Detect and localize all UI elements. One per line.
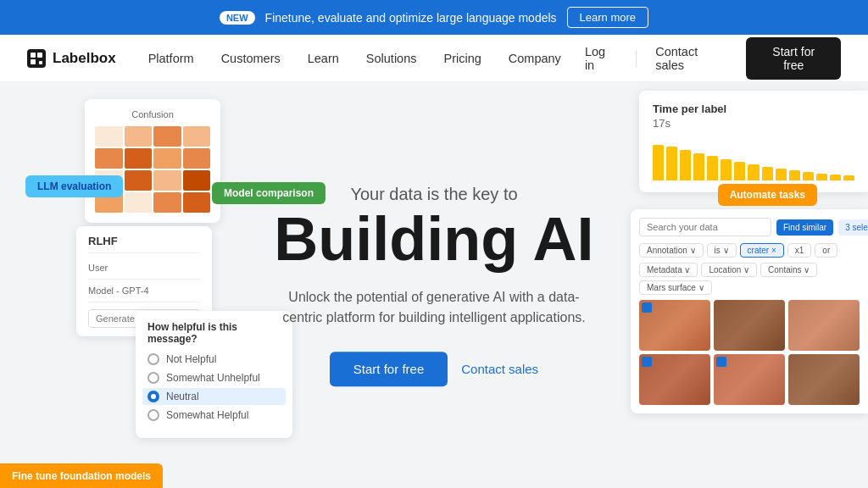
or-filter: or: [815, 243, 837, 258]
feedback-title: How helpful is this message?: [147, 321, 281, 345]
image-checkbox-5[interactable]: [716, 357, 726, 367]
bar-2: [666, 147, 677, 180]
somewhat-helpful-label: Somewhat Helpful: [166, 409, 248, 421]
data-panel: Find similar 3 selected × Annotation ∨ i…: [631, 209, 868, 413]
hero-title: Building AI: [273, 208, 595, 272]
hero-desc: Unlock the potential of generative AI wi…: [273, 287, 595, 328]
bar-12: [803, 172, 814, 180]
confusion-grid: [95, 126, 210, 213]
nav-company[interactable]: Company: [497, 45, 573, 72]
confusion-cell: [153, 126, 181, 147]
svg-rect-3: [31, 59, 36, 64]
image-cell-4: [639, 354, 710, 405]
location-filter[interactable]: Location ∨: [701, 263, 757, 277]
nav-pricing[interactable]: Pricing: [431, 45, 492, 72]
navbar: Labelbox Platform Customers Learn Soluti…: [0, 35, 868, 82]
find-similar-button[interactable]: Find similar: [776, 219, 833, 236]
fine-tune-badge: Fine tune foundation models: [0, 463, 163, 488]
data-search-input[interactable]: [639, 218, 771, 236]
bar-10: [776, 169, 787, 180]
bar-6: [721, 159, 732, 180]
nav-links: Platform Customers Learn Solutions Prici…: [136, 45, 573, 72]
confusion-cell: [125, 170, 153, 191]
feedback-not-helpful: Not Helpful: [147, 353, 281, 365]
svg-rect-1: [31, 53, 36, 58]
confusion-cell: [125, 148, 153, 169]
annotation-filter[interactable]: Annotation ∨: [639, 243, 704, 258]
bar-9: [762, 167, 773, 180]
filter-row-2: Metadata ∨ Location ∨ Contains ∨ Mars su…: [639, 263, 860, 295]
is-filter[interactable]: is ∨: [707, 243, 737, 258]
bar-7: [734, 162, 745, 180]
time-chart-card: Time per label 17s: [639, 91, 868, 192]
svg-rect-2: [37, 53, 42, 58]
metadata-filter[interactable]: Metadata ∨: [639, 263, 698, 277]
time-chart-title: Time per label: [653, 103, 854, 115]
login-link[interactable]: Log in: [573, 38, 629, 79]
radio-neutral[interactable]: [147, 391, 159, 402]
crater-filter[interactable]: crater ×: [740, 243, 784, 258]
nav-solutions[interactable]: Solutions: [354, 45, 429, 72]
banner-learn-button[interactable]: Learn more: [567, 7, 648, 28]
hero-buttons: Start for free Contact sales: [273, 352, 595, 386]
logo-icon: [27, 49, 46, 68]
nav-customers[interactable]: Customers: [209, 45, 292, 72]
bar-chart: [653, 138, 854, 180]
filter-row-1: Annotation ∨ is ∨ crater × x1 or: [639, 243, 860, 258]
hero-start-button[interactable]: Start for free: [330, 352, 448, 386]
confusion-cell: [125, 192, 153, 213]
rlhf-model-row: Model - GPT-4: [88, 283, 200, 298]
somewhat-unhelpful-label: Somewhat Unhelpful: [166, 372, 260, 384]
confusion-cell: [153, 170, 181, 191]
feedback-somewhat-unhelpful: Somewhat Unhelpful: [147, 372, 281, 384]
feedback-neutral: Neutral: [142, 388, 286, 405]
radio-not-helpful[interactable]: [147, 353, 159, 365]
hero-contact-link[interactable]: Contact sales: [461, 362, 538, 376]
confusion-cell: [183, 192, 211, 213]
bar-11: [789, 170, 800, 180]
confusion-cell: [183, 148, 211, 169]
confusion-cell: [95, 148, 123, 169]
image-checkbox-1[interactable]: [642, 302, 652, 313]
nav-divider: [636, 50, 637, 67]
bar-3: [680, 150, 691, 180]
not-helpful-label: Not Helpful: [166, 353, 216, 365]
feedback-somewhat-helpful: Somewhat Helpful: [147, 409, 281, 421]
llm-evaluation-badge: LLM evaluation: [25, 175, 123, 197]
bar-5: [707, 156, 718, 180]
neutral-label: Neutral: [166, 391, 199, 402]
bar-1: [653, 145, 664, 181]
confusion-cell: [125, 126, 153, 147]
bar-14: [830, 175, 841, 180]
mars-surface-filter[interactable]: Mars surface ∨: [639, 280, 712, 295]
nav-learn[interactable]: Learn: [296, 45, 351, 72]
image-cell-5: [714, 354, 785, 405]
logo[interactable]: Labelbox: [27, 49, 116, 68]
confusion-cell: [95, 126, 123, 147]
image-checkbox-4[interactable]: [642, 357, 652, 367]
bar-8: [748, 164, 759, 180]
image-cell-3: [788, 300, 860, 351]
rlhf-title: RLHF: [88, 235, 200, 253]
image-grid: [639, 300, 860, 405]
contact-sales-link[interactable]: Contact sales: [643, 38, 739, 79]
confusion-label: Confusion: [95, 109, 210, 119]
svg-rect-0: [27, 49, 46, 68]
radio-somewhat-unhelpful[interactable]: [147, 372, 159, 384]
image-cell-6: [788, 354, 860, 405]
x1-filter: x1: [787, 243, 812, 258]
bar-13: [816, 174, 827, 181]
bar-4: [693, 153, 704, 181]
bar-15: [843, 175, 854, 180]
automate-tasks-badge: Automate tasks: [718, 184, 817, 206]
main-area: Confusion LLM evaluation Model compariso…: [0, 82, 868, 488]
svg-rect-4: [39, 61, 42, 64]
confusion-matrix-card: Confusion: [85, 99, 220, 223]
radio-somewhat-helpful[interactable]: [147, 409, 159, 421]
new-badge: NEW: [220, 11, 255, 25]
contains-filter[interactable]: Contains ∨: [760, 263, 817, 277]
confusion-cell: [153, 148, 181, 169]
nav-platform[interactable]: Platform: [136, 45, 206, 72]
hero-section: Your data is the key to Building AI Unlo…: [273, 185, 595, 386]
start-for-free-button[interactable]: Start for free: [746, 37, 841, 80]
